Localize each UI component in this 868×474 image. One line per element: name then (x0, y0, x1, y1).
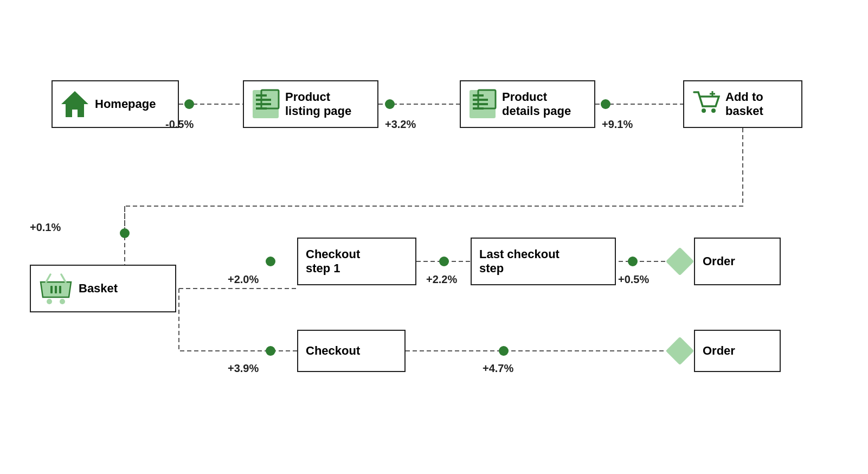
order2-diamond-icon (666, 337, 694, 365)
pct-pdp-atb: +9.1% (602, 118, 633, 131)
pct-co-order2: +4.7% (483, 362, 513, 375)
pct-vertical-basket: +0.1% (30, 221, 61, 234)
dot-cs1-lcs (439, 257, 449, 266)
dot-basket-vertical (120, 228, 130, 238)
pct-plp-pdp: +3.2% (385, 118, 416, 131)
svg-rect-11 (256, 103, 271, 105)
add-to-basket-node: Add to basket (683, 80, 802, 128)
svg-point-25 (60, 299, 65, 304)
product-details-node: Product details page (460, 80, 595, 128)
dot-hp-plp (184, 99, 194, 109)
svg-rect-17 (473, 103, 488, 105)
basket-label: Basket (79, 281, 118, 296)
cart-add-icon (692, 90, 720, 118)
svg-rect-28 (59, 286, 61, 293)
dot-plp-pdp (385, 99, 395, 109)
diagram: Homepage Product listing page (0, 0, 868, 474)
svg-rect-26 (50, 286, 53, 293)
order1-node: Order (694, 238, 781, 285)
dot-basket-cs1 (266, 257, 275, 266)
svg-point-24 (47, 299, 52, 304)
svg-marker-7 (61, 91, 88, 117)
basket-icon (38, 272, 73, 305)
order2-node: Order (694, 330, 781, 372)
checkout-label: Checkout (306, 344, 360, 358)
checkout-step1-label: Checkout step 1 (306, 247, 360, 276)
pct-cs1-lcs: +2.2% (426, 273, 457, 286)
order2-label: Order (703, 344, 735, 358)
svg-rect-30 (666, 337, 694, 365)
pct-hp-plp: -0.5% (165, 118, 194, 131)
basket-node: Basket (30, 265, 176, 312)
order1-container: Order (666, 238, 781, 285)
svg-point-21 (711, 108, 716, 113)
checkout-node: Checkout (297, 330, 406, 372)
pct-lcs-order1: +0.5% (618, 273, 649, 286)
order1-diamond-icon (666, 247, 694, 276)
svg-point-20 (702, 108, 706, 113)
last-checkout-label: Last checkout step (479, 247, 560, 276)
product-details-label: Product details page (502, 90, 571, 119)
add-to-basket-label: Add to basket (725, 90, 763, 119)
homepage-node: Homepage (52, 80, 179, 128)
dot-basket-co (266, 346, 275, 356)
pct-basket-co: +3.9% (228, 362, 259, 375)
last-checkout-node: Last checkout step (471, 238, 616, 285)
svg-rect-10 (256, 99, 271, 101)
connector-lines (0, 0, 868, 474)
dot-co-order2 (499, 346, 509, 356)
home-icon (60, 89, 89, 119)
pct-basket-cs1: +2.0% (228, 273, 259, 286)
product-details-icon (468, 89, 497, 119)
product-listing-icon (252, 89, 280, 119)
dot-pdp-atb (601, 99, 610, 109)
order1-label: Order (703, 254, 735, 268)
svg-rect-29 (666, 248, 694, 276)
product-listing-label: Product listing page (285, 90, 351, 119)
svg-rect-27 (55, 286, 57, 293)
svg-rect-16 (473, 99, 488, 101)
product-listing-node: Product listing page (243, 80, 378, 128)
checkout-step1-node: Checkout step 1 (297, 238, 416, 285)
homepage-label: Homepage (95, 97, 156, 111)
dot-lcs-order1 (628, 257, 638, 266)
order2-container: Order (666, 330, 781, 372)
